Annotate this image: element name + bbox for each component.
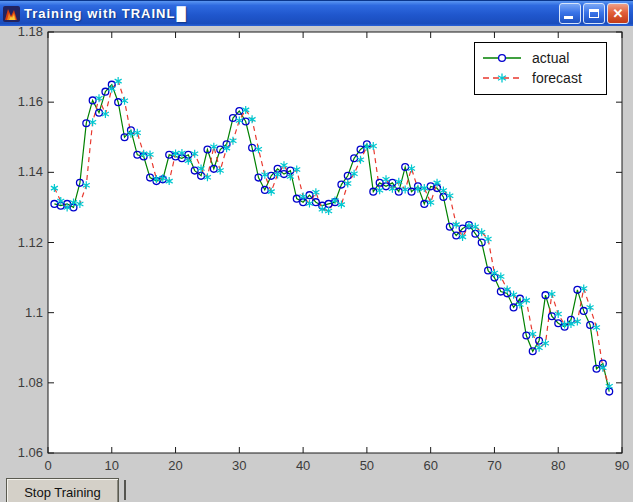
x-tick-label: 40 (296, 458, 310, 473)
y-tick-label: 1.14 (18, 164, 43, 179)
legend-label-forecast: forecast (532, 70, 582, 86)
legend-entry-actual: actual (481, 48, 600, 68)
x-tick-label: 20 (168, 458, 182, 473)
minimize-button[interactable] (559, 3, 581, 24)
legend-actual-marker (481, 51, 523, 65)
x-tick-label: 60 (423, 458, 437, 473)
y-tick-label: 1.18 (18, 26, 43, 39)
stop-training-button[interactable]: Stop Training (6, 478, 119, 502)
x-tick-label: 70 (487, 458, 501, 473)
plot-area (48, 32, 622, 453)
maximize-button[interactable] (583, 3, 605, 24)
legend-label-actual: actual (532, 50, 569, 66)
title-block-cursor: █ (176, 6, 186, 21)
legend: actual forecast (474, 42, 607, 95)
y-tick-label: 1.12 (18, 235, 43, 250)
x-tick-label: 10 (105, 458, 119, 473)
window-title-text: Training with TRAINL (24, 6, 175, 21)
y-tick-label: 1.08 (18, 375, 43, 390)
y-tick-label: 1.06 (18, 445, 43, 460)
matlab-flame-icon (3, 6, 20, 22)
x-tick-label: 30 (232, 458, 246, 473)
legend-entry-forecast: forecast (481, 68, 600, 88)
close-icon: ✕ (613, 7, 624, 20)
y-tick-label: 1.16 (18, 94, 43, 109)
minimize-icon (564, 16, 573, 19)
x-tick-label: 90 (615, 458, 629, 473)
figure-body: 01020304050607080901.061.081.11.121.141.… (0, 26, 633, 502)
figure-canvas: 01020304050607080901.061.081.11.121.141.… (0, 26, 633, 502)
window-title-bar[interactable]: Training with TRAINL█ ✕ (0, 0, 633, 26)
window-controls: ✕ (559, 3, 629, 24)
window-title: Training with TRAINL█ (24, 6, 559, 21)
legend-forecast-marker (481, 71, 523, 85)
x-tick-label: 0 (44, 458, 51, 473)
figure-window: Training with TRAINL█ ✕ 0102030405060708… (0, 0, 633, 502)
maximize-icon (589, 9, 599, 18)
x-tick-label: 50 (360, 458, 374, 473)
y-tick-label: 1.1 (25, 305, 43, 320)
x-tick-label: 80 (551, 458, 565, 473)
footer-divider (124, 480, 126, 500)
close-button[interactable]: ✕ (607, 3, 629, 24)
